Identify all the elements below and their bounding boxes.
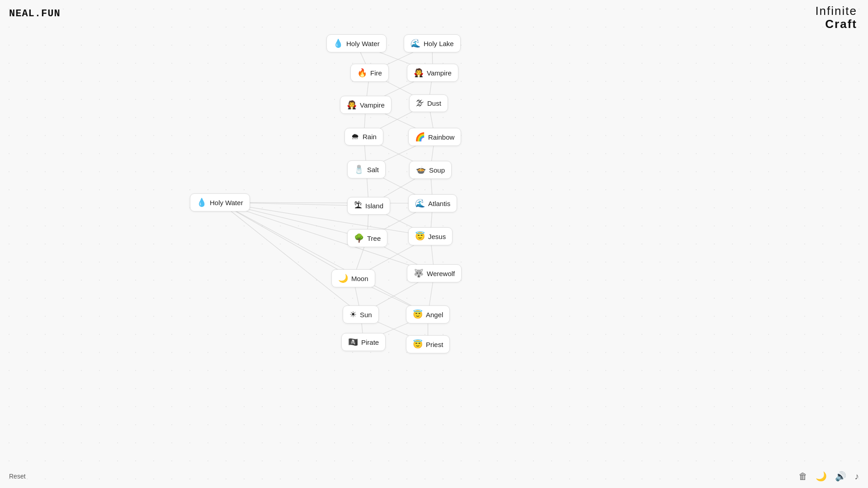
node-label-priest: Priest: [426, 341, 443, 348]
sound-icon[interactable]: 🔊: [835, 471, 846, 482]
connection-holy_water_mid-jesus: [220, 202, 431, 236]
node-emoji-atlantis: 🌊: [415, 198, 425, 208]
connection-holy_water_mid-sun: [220, 202, 361, 314]
node-label-jesus: Jesus: [428, 233, 446, 240]
node-label-vampire_right: Vampire: [427, 69, 452, 77]
trash-icon[interactable]: 🗑: [798, 471, 807, 482]
node-emoji-sun: ☀: [349, 310, 357, 319]
node-holy_water_top[interactable]: 💧Holy Water: [326, 34, 387, 52]
connection-holy_water_mid-moon: [220, 202, 354, 278]
node-fire[interactable]: 🔥Fire: [350, 64, 389, 82]
node-rainbow[interactable]: 🌈Rainbow: [408, 128, 461, 146]
node-emoji-rain: 🌧: [351, 132, 359, 141]
node-werewolf[interactable]: 🐺Werewolf: [407, 264, 462, 282]
node-dust[interactable]: 🌫Dust: [409, 94, 448, 112]
node-emoji-holy_lake: 🌊: [410, 38, 420, 48]
node-emoji-island: 🏝: [354, 201, 362, 211]
bottom-icons: 🗑 🌙 🔊 ♪: [798, 471, 859, 482]
node-atlantis[interactable]: 🌊Atlantis: [408, 194, 457, 212]
connection-holy_water_mid-angel: [220, 202, 428, 314]
node-holy_lake[interactable]: 🌊Holy Lake: [404, 34, 461, 52]
node-priest[interactable]: 😇Priest: [406, 335, 450, 353]
node-emoji-holy_water_top: 💧: [333, 38, 343, 48]
node-label-pirate: Pirate: [361, 338, 379, 346]
node-rain[interactable]: 🌧Rain: [344, 128, 383, 145]
brand-craft: Craft: [815, 18, 857, 31]
node-emoji-pirate: 🏴‍☠️: [348, 337, 358, 347]
node-jesus[interactable]: 😇Jesus: [408, 227, 453, 245]
reset-button[interactable]: Reset: [9, 473, 26, 480]
node-emoji-holy_water_mid: 💧: [197, 197, 207, 207]
node-label-holy_water_top: Holy Water: [346, 40, 380, 47]
node-salt[interactable]: 🧂Salt: [347, 160, 386, 178]
node-label-rainbow: Rainbow: [428, 133, 454, 141]
node-emoji-angel: 😇: [413, 310, 423, 319]
node-emoji-priest: 😇: [413, 339, 423, 349]
node-label-rain: Rain: [363, 133, 377, 141]
logo: NEAL.FUN: [9, 8, 61, 19]
node-label-moon: Moon: [351, 275, 368, 282]
node-emoji-moon: 🌙: [338, 273, 348, 283]
node-label-sun: Sun: [360, 311, 372, 319]
node-emoji-salt: 🧂: [354, 164, 364, 174]
node-holy_water_mid[interactable]: 💧Holy Water: [190, 193, 250, 211]
node-angel[interactable]: 😇Angel: [406, 305, 450, 324]
node-emoji-jesus: 😇: [415, 231, 425, 241]
node-label-holy_lake: Holy Lake: [424, 40, 454, 47]
node-emoji-vampire_right: 🧛: [414, 68, 424, 78]
node-label-werewolf: Werewolf: [427, 270, 455, 277]
node-label-island: Island: [365, 202, 383, 210]
node-emoji-rainbow: 🌈: [415, 132, 425, 142]
node-soup[interactable]: 🍲Soup: [409, 161, 452, 179]
node-label-tree: Tree: [367, 235, 381, 242]
node-emoji-werewolf: 🐺: [414, 268, 424, 278]
node-label-dust: Dust: [427, 99, 441, 107]
node-sun[interactable]: ☀Sun: [343, 305, 379, 324]
node-emoji-soup: 🍲: [416, 165, 426, 175]
node-label-vampire_left: Vampire: [360, 101, 385, 109]
node-island[interactable]: 🏝Island: [347, 197, 390, 215]
brand-infinite: Infinite: [815, 5, 857, 18]
node-emoji-dust: 🌫: [416, 99, 424, 108]
connection-holy_water_mid-atlantis: [220, 202, 433, 203]
node-vampire_left[interactable]: 🧛Vampire: [340, 96, 392, 114]
connection-holy_water_mid-werewolf: [220, 202, 434, 273]
node-tree[interactable]: 🌳Tree: [347, 229, 387, 247]
node-label-soup: Soup: [429, 166, 445, 174]
node-emoji-tree: 🌳: [354, 233, 364, 243]
node-label-salt: Salt: [367, 166, 379, 174]
music-icon[interactable]: ♪: [854, 471, 859, 482]
moon-icon[interactable]: 🌙: [816, 471, 827, 482]
node-moon[interactable]: 🌙Moon: [331, 269, 375, 287]
node-emoji-vampire_left: 🧛: [347, 100, 357, 110]
node-emoji-fire: 🔥: [357, 68, 367, 78]
node-pirate[interactable]: 🏴‍☠️Pirate: [341, 333, 386, 351]
node-label-holy_water_mid: Holy Water: [210, 199, 243, 206]
node-label-fire: Fire: [370, 69, 382, 77]
node-vampire_right[interactable]: 🧛Vampire: [407, 64, 458, 82]
node-label-angel: Angel: [426, 311, 443, 319]
brand: Infinite Craft: [815, 5, 857, 30]
node-label-atlantis: Atlantis: [428, 200, 450, 207]
